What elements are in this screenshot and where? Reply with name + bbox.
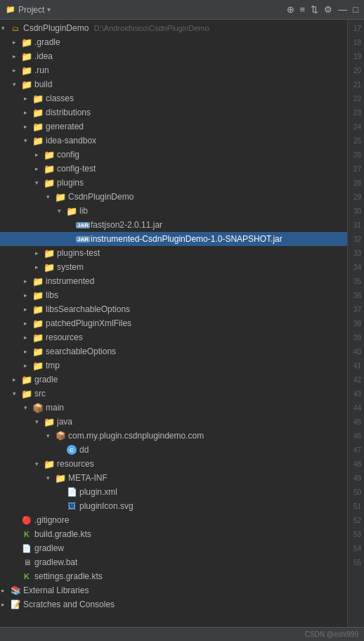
folder-icon: 📁 [32, 276, 44, 287]
tree-item-scratches[interactable]: 📝 Scratches and Consoles [0, 597, 347, 611]
tree-item-config[interactable]: 📁 config [0, 148, 347, 162]
line-number: 20 [348, 63, 364, 77]
header-actions: ⊕ ≡ ⇅ ⚙ — □ [287, 4, 358, 15]
dropdown-icon[interactable]: ▾ [47, 6, 51, 13]
tree-item-libs[interactable]: 📁 libs [0, 288, 347, 302]
line-number: 44 [348, 401, 364, 415]
line-number: 38 [348, 316, 364, 330]
item-label-searchableOptions: searchableOptions [46, 347, 116, 356]
tree-item-META-INF[interactable]: 📁 META-INF [0, 471, 347, 485]
filter-icon[interactable]: ⇅ [311, 4, 318, 15]
tree-item-resources2[interactable]: 📁 resources [0, 457, 347, 471]
project-icon: 📁 [6, 5, 15, 14]
tree-arrow [35, 151, 44, 158]
tree-item-src[interactable]: 📁 src [0, 387, 347, 401]
tree-item-build.gradle.kts[interactable]: K build.gradle.kts [0, 527, 347, 541]
tree-root[interactable]: 🗂 CsdnPluginDemo D:\Android\nico\CsdnPlu… [0, 21, 347, 35]
tree-arrow [35, 165, 44, 172]
tree-arrow [24, 137, 32, 144]
tree-item-plugins[interactable]: 📁 plugins [0, 176, 347, 190]
tree-arrow [13, 390, 21, 397]
tree-item-generated[interactable]: 📁 generated [0, 119, 347, 134]
tree-item-instrumented-jar[interactable]: JAR instrumented-CsdnPluginDemo-1.0-SNAP… [0, 232, 347, 246]
add-icon[interactable]: ⊕ [287, 4, 294, 15]
tree-item-build[interactable]: 📁 build [0, 77, 347, 91]
jar-icon: JAR [77, 233, 89, 245]
line-number: 23 [348, 105, 364, 119]
tree-item-com[interactable]: 📦 com.my.plugin.csdnplugindemo.com [0, 429, 347, 443]
item-label-config: config [57, 150, 79, 160]
tree-item-dd[interactable]: C dd [0, 443, 347, 457]
item-label-resources2: resources [57, 459, 94, 469]
list-icon[interactable]: ≡ [300, 4, 306, 15]
tree-item-classes[interactable]: 📁 classes [0, 91, 347, 105]
folder-icon: 📁 [32, 121, 44, 132]
tree-item-resources[interactable]: 📁 resources [0, 330, 347, 344]
tree-item-fastjson[interactable]: JAR fastjson2-2.0.11.jar [0, 218, 347, 232]
tree-item-main[interactable]: 📦 main [0, 401, 347, 415]
tree-item-libsSearchableOptions[interactable]: 📁 libsSearchableOptions [0, 302, 347, 316]
item-label-dd: dd [79, 445, 89, 455]
tree-item-plugins-test[interactable]: 📁 plugins-test [0, 246, 347, 260]
tree-item-idea-sandbox[interactable]: 📁 idea-sandbox [0, 134, 347, 148]
item-label-generated: generated [46, 122, 84, 131]
tree-arrow [24, 362, 32, 369]
folder-icon: 📁 [32, 304, 44, 315]
tree-item-searchableOptions[interactable]: 📁 searchableOptions [0, 344, 347, 358]
tree-item-distributions[interactable]: 📁 distributions [0, 105, 347, 119]
folder-icon: 📁 [44, 247, 55, 259]
folder-icon: 📁 [21, 374, 32, 385]
tree-item-config-test[interactable]: 📁 config-test [0, 162, 347, 176]
tree-arrow [13, 376, 21, 383]
bat-icon: 🖥 [21, 557, 32, 568]
tree-arrow [46, 474, 55, 481]
tree-item-settings.gradle.kts[interactable]: K settings.gradle.kts [0, 569, 347, 583]
folder-icon: 📁 [66, 205, 77, 216]
tree-item-gradlew[interactable]: 📄 gradlew [0, 541, 347, 555]
minimize-icon[interactable]: — [338, 4, 347, 15]
line-number: 18 [348, 35, 364, 49]
item-label-java: java [57, 417, 72, 427]
tree-item-patchedPluginXmlFiles[interactable]: 📁 patchedPluginXmlFiles [0, 316, 347, 330]
tree-item-run[interactable]: 📁 .run [0, 63, 347, 77]
folder-icon: 📁 [21, 65, 32, 76]
item-label-plugins: plugins [57, 178, 84, 188]
folder-icon: 📁 [55, 191, 66, 202]
tree-item-gradle[interactable]: 📁 .gradle [0, 35, 347, 49]
tree-item-gitignore[interactable]: 🔴 .gitignore [0, 513, 347, 527]
tree-arrow [46, 193, 55, 200]
item-label-gitignore: .gitignore [34, 515, 69, 525]
tree-item-plugin.xml[interactable]: 📄 plugin.xml [0, 485, 347, 499]
tree-item-system[interactable]: 📁 system [0, 260, 347, 274]
line-number: 34 [348, 260, 364, 274]
tree-item-lib[interactable]: 📁 lib [0, 204, 347, 218]
tree-arrow [1, 587, 10, 594]
jar-icon: JAR [77, 219, 89, 231]
tree-item-external-libraries[interactable]: 📚 External Libraries [0, 583, 347, 597]
item-label-libs: libs [46, 290, 58, 300]
expand-icon[interactable]: □ [353, 4, 358, 15]
item-label-run: .run [34, 65, 49, 75]
bottom-bar: CSDN @eshi999 [0, 627, 364, 641]
line-number: 48 [348, 457, 364, 471]
item-label-main: main [46, 403, 64, 413]
tree-arrow [24, 292, 32, 299]
line-number: 40 [348, 344, 364, 358]
tree-arrow [46, 432, 55, 439]
line-number: 47 [348, 443, 364, 457]
item-label-classes: classes [46, 93, 74, 103]
tree-item-CsdnPluginDemo2[interactable]: 📁 CsdnPluginDemo [0, 190, 347, 204]
tree-item-pluginIcon.svg[interactable]: 🖼 pluginIcon.svg [0, 499, 347, 513]
line-number: 50 [348, 485, 364, 499]
tree-item-tmp[interactable]: 📁 tmp [0, 358, 347, 373]
tree-arrow [13, 53, 21, 60]
gitignore-icon: 🔴 [21, 514, 32, 526]
tree-item-instrumented[interactable]: 📁 instrumented [0, 274, 347, 288]
tree-item-gradlew.bat[interactable]: 🖥 gradlew.bat [0, 555, 347, 569]
item-label-libsSearchableOptions: libsSearchableOptions [46, 304, 130, 314]
gear-icon[interactable]: ⚙ [324, 4, 332, 15]
tree-item-gradle2[interactable]: 📁 gradle [0, 373, 347, 387]
item-label-build: build [34, 79, 52, 89]
tree-item-java[interactable]: 📁 java [0, 415, 347, 429]
tree-item-idea[interactable]: 📁 .idea [0, 49, 347, 63]
